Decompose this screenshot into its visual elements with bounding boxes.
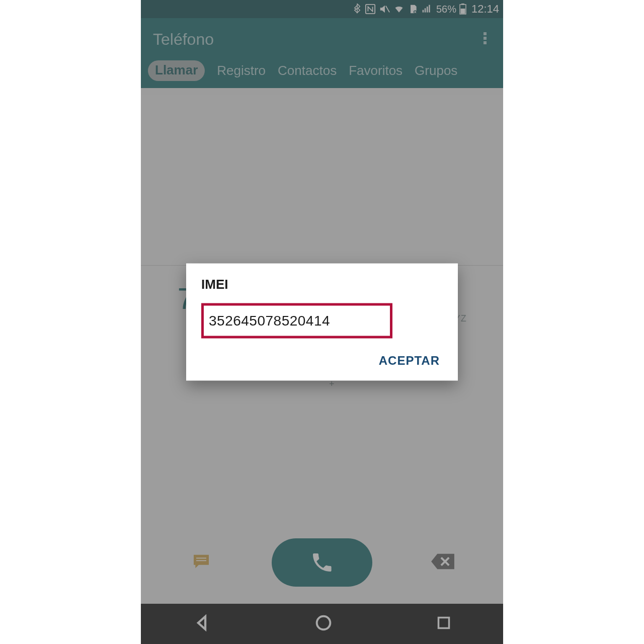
- imei-highlight: 352645078520414: [201, 303, 392, 339]
- phone-screen: 56% 12:14 Teléfono Llamar Registro Conta…: [141, 0, 503, 644]
- dialog-title: IMEI: [201, 277, 443, 292]
- imei-value: 352645078520414: [209, 313, 385, 329]
- imei-dialog: IMEI 352645078520414 ACEPTAR: [186, 264, 458, 381]
- accept-button[interactable]: ACEPTAR: [376, 350, 443, 372]
